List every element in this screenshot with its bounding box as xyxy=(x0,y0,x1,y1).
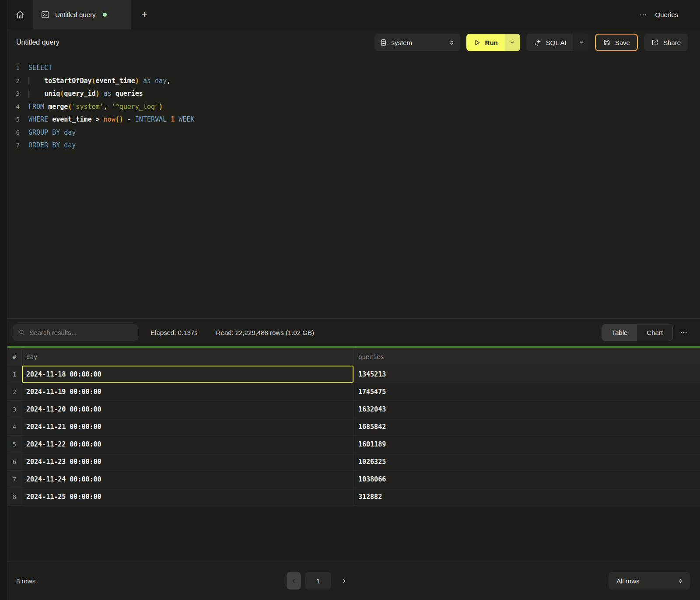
cell-day[interactable]: 2024-11-18 00:00:00 xyxy=(22,366,354,383)
sql-ai-button[interactable]: SQL AI xyxy=(526,34,574,51)
row-count: 8 rows xyxy=(16,577,35,585)
cell-queries[interactable]: 1601189 xyxy=(354,436,700,453)
row-index: 2 xyxy=(7,383,22,400)
share-icon xyxy=(651,38,659,46)
home-button[interactable] xyxy=(7,0,33,29)
cell-day[interactable]: 2024-11-20 00:00:00 xyxy=(22,401,354,418)
database-icon xyxy=(380,39,387,46)
pagination: 1 xyxy=(287,572,350,590)
cell-day[interactable]: 2024-11-21 00:00:00 xyxy=(22,418,354,435)
chevron-right-icon xyxy=(341,578,347,584)
tab-bar: Untitled query + Queries xyxy=(7,0,700,29)
tabbar-right: Queries xyxy=(639,0,700,29)
results-more-options-icon[interactable] xyxy=(680,328,688,336)
code-text: SELECT xyxy=(20,62,52,75)
database-name: system xyxy=(392,39,413,46)
code-line[interactable]: 6GROUP BY day xyxy=(7,126,700,140)
code-line[interactable]: 2 toStartOfDay(event_time) as day, xyxy=(7,75,700,88)
row-index: 4 xyxy=(7,418,22,435)
read-stat: Read: 22,229,488 rows (1.02 GB) xyxy=(216,329,314,336)
line-number: 1 xyxy=(7,62,20,75)
line-number: 4 xyxy=(7,101,20,114)
home-icon xyxy=(15,10,25,20)
run-button-group: Run xyxy=(466,34,520,51)
cell-day[interactable]: 2024-11-24 00:00:00 xyxy=(22,471,354,488)
sparkles-icon xyxy=(533,38,542,47)
sql-ai-button-group: SQL AI xyxy=(526,34,589,51)
previous-page-button[interactable] xyxy=(287,572,301,590)
cell-queries[interactable]: 1026325 xyxy=(354,453,700,470)
page-size-value: All rows xyxy=(616,577,640,585)
table-row: 32024-11-20 00:00:001632043 xyxy=(7,401,700,418)
row-index: 6 xyxy=(7,453,22,470)
code-line[interactable]: 5WHERE event_time > now() - INTERVAL 1 W… xyxy=(7,113,700,126)
updown-chevron-icon xyxy=(448,39,455,46)
results-panel: Elapsed: 0.137s Read: 22,229,488 rows (1… xyxy=(7,318,700,600)
search-results-box[interactable] xyxy=(13,324,138,341)
row-index: 7 xyxy=(7,471,22,488)
view-toggle-chart[interactable]: Chart xyxy=(637,324,672,341)
sql-ai-options-button[interactable] xyxy=(574,34,589,51)
table-row: 12024-11-18 00:00:001345213 xyxy=(7,366,700,383)
new-tab-button[interactable]: + xyxy=(131,0,158,29)
code-text: ORDER BY day xyxy=(20,139,76,152)
table-row: 62024-11-23 00:00:001026325 xyxy=(7,453,700,471)
code-line[interactable]: 7ORDER BY day xyxy=(7,139,700,152)
cell-queries[interactable]: 1345213 xyxy=(354,366,700,383)
results-footer: 8 rows 1 All rows xyxy=(7,561,700,600)
cell-queries[interactable]: 312882 xyxy=(354,488,700,505)
sql-editor[interactable]: 1SELECT2 toStartOfDay(event_time) as day… xyxy=(7,56,700,318)
cell-queries[interactable]: 1632043 xyxy=(354,401,700,418)
cell-day[interactable]: 2024-11-22 00:00:00 xyxy=(22,436,354,453)
table-row: 72024-11-24 00:00:001038066 xyxy=(7,471,700,488)
share-label: Share xyxy=(663,39,681,46)
run-button[interactable]: Run xyxy=(466,34,505,51)
run-options-button[interactable] xyxy=(505,34,520,51)
share-button[interactable]: Share xyxy=(644,34,688,51)
code-line[interactable]: 4FROM merge('system', '^query_log') xyxy=(7,101,700,114)
results-empty-space xyxy=(7,506,700,561)
results-toolbar: Elapsed: 0.137s Read: 22,229,488 rows (1… xyxy=(7,318,700,346)
elapsed-stat: Elapsed: 0.137s xyxy=(150,329,198,336)
page-size-selector[interactable]: All rows xyxy=(609,572,690,590)
sql-console-app: Untitled query + Queries Untitled query xyxy=(0,0,700,600)
tab-title: Untitled query xyxy=(55,11,96,18)
column-header-queries[interactable]: queries xyxy=(354,348,700,366)
results-table-header: # day queries xyxy=(7,348,700,366)
results-toolbar-right: Table Chart xyxy=(602,324,688,341)
updown-chevron-icon xyxy=(677,578,684,584)
code-text: toStartOfDay(event_time) as day, xyxy=(20,75,171,88)
cell-day[interactable]: 2024-11-23 00:00:00 xyxy=(22,453,354,470)
cell-queries[interactable]: 1685842 xyxy=(354,418,700,435)
code-lines: 1SELECT2 toStartOfDay(event_time) as day… xyxy=(7,62,700,152)
chevron-down-icon xyxy=(578,39,584,45)
page-title: Untitled query xyxy=(16,38,60,46)
current-page-button[interactable]: 1 xyxy=(305,572,331,590)
code-line[interactable]: 1SELECT xyxy=(7,62,700,75)
more-options-icon[interactable] xyxy=(639,11,647,19)
save-icon xyxy=(603,38,611,46)
chevron-left-icon xyxy=(290,578,297,584)
cell-queries[interactable]: 1745475 xyxy=(354,383,700,400)
search-results-input[interactable] xyxy=(29,329,133,336)
cell-day[interactable]: 2024-11-25 00:00:00 xyxy=(22,488,354,505)
line-number: 2 xyxy=(7,75,20,88)
code-text: FROM merge('system', '^query_log') xyxy=(20,101,163,114)
left-rail xyxy=(0,0,7,600)
database-selector[interactable]: system xyxy=(374,34,460,51)
cell-queries[interactable]: 1038066 xyxy=(354,471,700,488)
unsaved-changes-dot xyxy=(103,13,107,17)
save-button[interactable]: Save xyxy=(595,34,638,51)
view-toggle-table[interactable]: Table xyxy=(602,324,637,341)
tab-untitled-query[interactable]: Untitled query xyxy=(33,0,131,29)
cell-day[interactable]: 2024-11-19 00:00:00 xyxy=(22,383,354,400)
chevron-down-icon xyxy=(509,39,515,45)
queries-link[interactable]: Queries xyxy=(655,11,678,18)
table-row: 52024-11-22 00:00:001601189 xyxy=(7,436,700,453)
column-header-index: # xyxy=(7,348,22,366)
row-index: 1 xyxy=(7,366,22,383)
code-line[interactable]: 3 uniq(query_id) as queries xyxy=(7,87,700,101)
next-page-button[interactable] xyxy=(338,572,350,590)
column-header-day[interactable]: day xyxy=(22,348,354,366)
row-index: 8 xyxy=(7,488,22,505)
